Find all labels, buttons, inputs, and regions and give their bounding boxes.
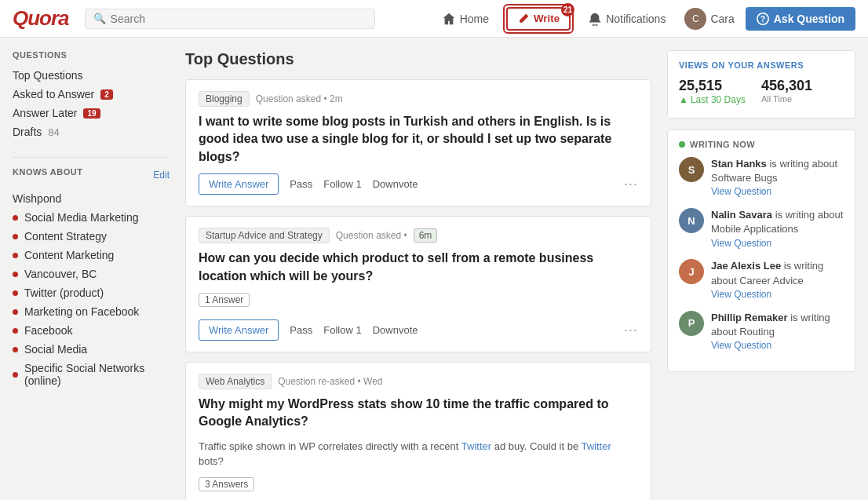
sidebar-item-content-marketing[interactable]: Content Marketing	[13, 246, 170, 265]
downvote-button-1[interactable]: Downvote	[368, 174, 423, 194]
writer-item-2: N Nalin Savara is writing about Mobile A…	[679, 208, 844, 250]
action-bar-1: Write Answer Pass Follow 1 Downvote ···	[199, 173, 638, 195]
sidebar-item-vancouver[interactable]: Vancouver, BC	[13, 265, 170, 283]
writer-avatar-3: J	[679, 259, 704, 284]
edit-knows-link[interactable]: Edit	[153, 170, 170, 181]
dot-icon	[13, 272, 18, 277]
writer-info-3: Jae Alexis Lee is writing about Career A…	[711, 259, 844, 301]
question-title-3[interactable]: Why might my WordPress stats show 10 tim…	[199, 396, 638, 431]
topic-tag-3[interactable]: Web Analytics	[199, 374, 272, 389]
writer-item-1: S Stan Hanks is writing about Software B…	[679, 157, 844, 199]
sidebar-item-marketing-facebook[interactable]: Marketing on Facebook	[13, 302, 170, 321]
question-card-3: Web Analytics Question re-asked • Wed Wh…	[185, 362, 651, 500]
sidebar-item-twitter-product[interactable]: Twitter (product)	[13, 283, 170, 302]
twitter-link-2[interactable]: Twitter	[582, 440, 611, 452]
more-button-1[interactable]: ···	[624, 176, 638, 192]
drafts-count: 84	[48, 126, 59, 138]
dot-icon	[13, 309, 18, 315]
home-icon	[442, 12, 456, 26]
search-bar[interactable]: 🔍	[85, 9, 375, 29]
nav-user[interactable]: C Cara	[677, 3, 742, 35]
view-question-link-2[interactable]: View Question	[711, 237, 844, 250]
sidebar-item-answer-later[interactable]: Answer Later 19	[13, 104, 170, 122]
writer-avatar-4: P	[679, 311, 704, 336]
writer-item-4: P Phillip Remaker is writing about Routi…	[679, 311, 844, 352]
nav-home[interactable]: Home	[434, 7, 497, 31]
follow-button-1[interactable]: Follow 1	[323, 174, 361, 194]
write-badge: 21	[561, 3, 574, 16]
sidebar-item-social-media-marketing[interactable]: Social Media Marketing	[13, 208, 170, 227]
views-box: VIEWS ON YOUR ANSWERS 25,515 ▲ Last 30 D…	[667, 50, 855, 119]
left-sidebar: QUESTIONS Top Questions Asked to Answer …	[13, 50, 170, 500]
sidebar-item-drafts[interactable]: Drafts 84	[13, 122, 170, 141]
nav-items: Home Write 21 Notifications C Cara ?	[434, 3, 855, 35]
topic-tag-2[interactable]: Startup Advice and Strategy	[199, 228, 330, 243]
view-question-link-3[interactable]: View Question	[711, 288, 844, 301]
views-number-alltime: 456,301	[761, 78, 812, 94]
ask-question-button[interactable]: ? Ask Question	[746, 7, 855, 31]
views-stat-alltime: 456,301 All Time	[761, 78, 812, 105]
green-dot-icon	[679, 141, 685, 148]
writing-box: WRITING NOW S Stan Hanks is writing abou…	[667, 130, 855, 372]
sidebar-item-content-strategy[interactable]: Content Strategy	[13, 227, 170, 246]
knows-about-section: KNOWS ABOUT Edit Wishpond Social Media M…	[13, 167, 170, 390]
questions-section: QUESTIONS Top Questions Asked to Answer …	[13, 50, 170, 141]
meta-text-3: Question re-asked • Wed	[278, 376, 382, 387]
views-title-link[interactable]: YOUR ANSWERS	[728, 60, 804, 70]
pass-button-1[interactable]: Pass	[285, 174, 317, 194]
sidebar-item-social-media[interactable]: Social Media	[13, 340, 170, 359]
more-button-2[interactable]: ···	[624, 322, 638, 338]
topic-tag-1[interactable]: Blogging	[199, 91, 250, 107]
dot-icon	[13, 234, 18, 239]
nav-notifications[interactable]: Notifications	[580, 7, 673, 31]
question-title-2[interactable]: How can you decide which product to sell…	[199, 250, 638, 285]
writer-name-3[interactable]: Jae Alexis Lee	[711, 260, 781, 272]
sidebar-item-asked-to-answer[interactable]: Asked to Answer 2	[13, 85, 170, 104]
dot-icon	[13, 215, 18, 221]
write-answer-button-1[interactable]: Write Answer	[199, 173, 279, 195]
sidebar-item-top-questions[interactable]: Top Questions	[13, 66, 170, 85]
svg-text:?: ?	[760, 15, 765, 24]
views-stat-30days: 25,515 ▲ Last 30 Days	[679, 78, 746, 105]
twitter-link-1[interactable]: Twitter	[461, 440, 491, 452]
sidebar-item-specific-social-networks[interactable]: Specific Social Networks (online)	[13, 359, 170, 390]
writer-name-4[interactable]: Phillip Remaker	[711, 312, 788, 323]
sidebar-item-wishpond[interactable]: Wishpond	[13, 189, 170, 208]
questions-section-title: QUESTIONS	[13, 50, 170, 60]
question-icon: ?	[757, 13, 769, 25]
action-bar-2: Write Answer Pass Follow 1 Downvote ···	[199, 319, 638, 341]
writer-item-3: J Jae Alexis Lee is writing about Career…	[679, 259, 844, 301]
write-button[interactable]: Write 21	[506, 7, 571, 31]
downvote-button-2[interactable]: Downvote	[368, 320, 423, 340]
logo: Quora	[13, 6, 69, 31]
question-card-1: Blogging Question asked • 2m I want to w…	[185, 79, 651, 206]
write-wrapper: Write 21	[503, 4, 574, 34]
sidebar-divider	[13, 157, 170, 158]
dot-icon	[13, 290, 18, 296]
writer-name-2[interactable]: Nalin Savara	[711, 209, 772, 221]
view-question-link-1[interactable]: View Question	[711, 185, 844, 199]
writer-name-1[interactable]: Stan Hanks	[711, 158, 767, 170]
follow-button-2[interactable]: Follow 1	[323, 320, 361, 340]
question-card-2: Startup Advice and Strategy Question ask…	[185, 216, 651, 352]
views-label-alltime: All Time	[761, 94, 812, 104]
question-meta-2: Startup Advice and Strategy Question ask…	[199, 228, 638, 243]
question-title-1[interactable]: I want to write some blog posts in Turki…	[199, 113, 638, 166]
search-icon: 🔍	[93, 13, 106, 24]
views-title: VIEWS ON YOUR ANSWERS	[679, 60, 844, 70]
answer-count-3[interactable]: 3 Answers	[199, 477, 254, 491]
pass-button-2[interactable]: Pass	[285, 320, 317, 340]
write-answer-button-2[interactable]: Write Answer	[199, 319, 279, 341]
answer-count-2[interactable]: 1 Answer	[199, 293, 250, 307]
view-question-link-4[interactable]: View Question	[711, 339, 844, 352]
views-stats: 25,515 ▲ Last 30 Days 456,301 All Time	[679, 78, 844, 105]
write-btn-container: Write 21	[503, 4, 574, 34]
sidebar-item-facebook[interactable]: Facebook	[13, 321, 170, 340]
asked-to-answer-badge: 2	[100, 89, 113, 100]
main-layout: QUESTIONS Top Questions Asked to Answer …	[0, 38, 868, 500]
dot-icon	[13, 347, 18, 352]
search-input[interactable]	[111, 13, 367, 25]
views-number-30days: 25,515	[679, 78, 746, 94]
writer-info-2: Nalin Savara is writing about Mobile App…	[711, 208, 844, 250]
writing-title: WRITING NOW	[679, 140, 844, 149]
